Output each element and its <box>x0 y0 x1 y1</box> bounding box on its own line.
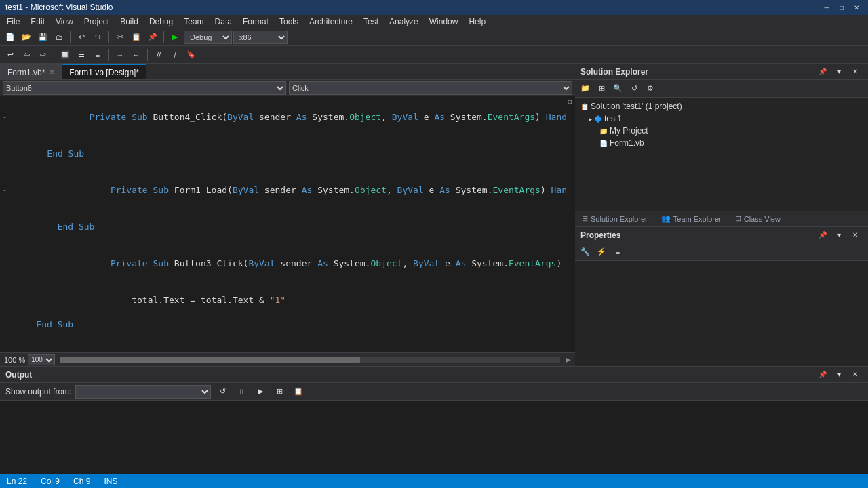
tb2-btn3[interactable]: ⇨ <box>35 47 50 62</box>
menu-test[interactable]: Test <box>358 16 384 28</box>
output-tb3[interactable]: ▶ <box>253 384 268 399</box>
menu-file[interactable]: File <box>1 16 25 28</box>
output-source-dropdown[interactable]: Build Debug General <box>75 385 211 399</box>
fold-1[interactable]: - <box>0 99 9 136</box>
margin-btn[interactable]: ⊞ <box>568 99 574 105</box>
menu-architecture[interactable]: Architecture <box>304 16 358 28</box>
menu-project[interactable]: Project <box>79 16 115 28</box>
tree-project[interactable]: ▸ 🔷 test1 <box>575 113 868 125</box>
form1vb-label: Form1.vb <box>610 138 644 148</box>
output-close-button[interactable]: ✕ <box>848 367 863 382</box>
se-tb4[interactable]: ↺ <box>627 81 642 96</box>
tab-form1vb-close[interactable]: ✕ <box>49 68 54 76</box>
fold-btn6[interactable]: - <box>0 343 9 352</box>
se-tree: 📋 Solution 'test1' (1 project) ▸ 🔷 test1… <box>575 98 868 211</box>
save-button[interactable]: 💾 <box>35 30 50 45</box>
configuration-dropdown[interactable]: Debug Release <box>184 30 232 44</box>
start-button[interactable]: ▶ <box>167 30 182 45</box>
prop-pin-button[interactable]: 📌 <box>815 228 830 243</box>
scroll-right-btn[interactable]: ▶ <box>566 356 571 363</box>
prop-close-button[interactable]: ✕ <box>848 228 863 243</box>
separator-4 <box>54 49 54 61</box>
tb2-btn4[interactable]: 🔲 <box>58 47 73 62</box>
solution-icon: 📋 <box>580 103 589 110</box>
title-bar: test1 - Microsoft Visual Studio ─ □ ✕ <box>0 0 868 15</box>
class-selector[interactable]: Button6 <box>3 81 286 95</box>
tb2-outdent[interactable]: ← <box>129 47 144 62</box>
menu-analyze[interactable]: Analyze <box>384 16 424 28</box>
window-controls: ─ □ ✕ <box>821 1 863 14</box>
tb2-indent[interactable]: → <box>113 47 127 62</box>
tree-solution[interactable]: 📋 Solution 'test1' (1 project) <box>575 100 868 113</box>
menu-team[interactable]: Team <box>178 16 209 28</box>
properties-panel: Properties 📌 ▾ ✕ 🔧 ⚡ ≡ <box>575 226 868 366</box>
tree-myproject[interactable]: 📁 My Project <box>575 125 868 137</box>
menu-edit[interactable]: Edit <box>25 16 50 28</box>
se-tb3[interactable]: 🔍 <box>610 81 625 96</box>
se-tab-team-explorer[interactable]: 👥 Team Explorer <box>654 211 728 226</box>
horizontal-scrollbar[interactable] <box>60 357 560 363</box>
copy-button[interactable]: 📋 <box>129 30 144 45</box>
prop-toolbar: 🔧 ⚡ ≡ <box>575 243 868 261</box>
tree-form1vb[interactable]: 📄 Form1.vb <box>575 137 868 149</box>
se-dropdown-button[interactable]: ▾ <box>831 64 846 79</box>
se-tabs: ⊞ Solution Explorer 👥 Team Explorer ⊡ Cl… <box>575 211 868 226</box>
se-tb5[interactable]: ⚙ <box>643 81 658 96</box>
zoom-dropdown[interactable]: 100 % <box>28 354 55 365</box>
se-tab-solution-explorer[interactable]: ⊞ Solution Explorer <box>575 211 654 226</box>
menu-data[interactable]: Data <box>210 16 237 28</box>
tb2-comment[interactable]: // <box>151 47 166 62</box>
tb2-btn5[interactable]: ☰ <box>74 47 89 62</box>
prop-tb2[interactable]: ⚡ <box>594 245 609 260</box>
status-ch: Ch 9 <box>73 476 90 486</box>
minimize-button[interactable]: ─ <box>821 1 833 14</box>
output-dropdown-button[interactable]: ▾ <box>831 367 846 382</box>
output-tb5[interactable]: 📋 <box>291 384 306 399</box>
prop-dropdown-button[interactable]: ▾ <box>831 228 846 243</box>
tab-form1vb[interactable]: Form1.vb* ✕ <box>0 64 62 79</box>
prop-tb3[interactable]: ≡ <box>610 245 625 260</box>
output-tb1[interactable]: ↺ <box>215 384 230 399</box>
menu-debug[interactable]: Debug <box>144 16 178 28</box>
tb2-bookmark[interactable]: 🔖 <box>184 47 199 62</box>
cut-button[interactable]: ✂ <box>113 30 127 45</box>
se-close-button[interactable]: ✕ <box>848 64 863 79</box>
tb2-btn6[interactable]: ≡ <box>90 47 105 62</box>
menu-format[interactable]: Format <box>237 16 274 28</box>
menu-help[interactable]: Help <box>463 16 491 28</box>
fold-btn3[interactable]: - <box>0 245 9 282</box>
undo-button[interactable]: ↩ <box>74 30 89 45</box>
code-editor[interactable]: - Private Sub Button4_Click(ByVal sender… <box>0 96 566 352</box>
menu-build[interactable]: Build <box>115 16 144 28</box>
tb2-btn2[interactable]: ⇦ <box>19 47 34 62</box>
open-button[interactable]: 📂 <box>19 30 34 45</box>
menu-tools[interactable]: Tools <box>274 16 304 28</box>
se-pin-button[interactable]: 📌 <box>815 64 830 79</box>
output-tb2[interactable]: ⏸ <box>234 384 249 399</box>
paste-button[interactable]: 📌 <box>145 30 160 45</box>
save-all-button[interactable]: 🗂 <box>52 30 66 45</box>
new-file-button[interactable]: 📄 <box>3 30 18 45</box>
status-ins: INS <box>104 476 117 486</box>
se-tb2[interactable]: ⊞ <box>594 81 609 96</box>
fold-form1load[interactable]: - <box>0 172 9 209</box>
tab-form1vb-label: Form1.vb* <box>7 68 45 77</box>
se-tb1[interactable]: 📁 <box>578 81 593 96</box>
maximize-button[interactable]: □ <box>835 1 848 14</box>
menu-view[interactable]: View <box>50 16 79 28</box>
se-tab-class-view[interactable]: ⊡ Class View <box>728 211 787 226</box>
method-selector[interactable]: Click <box>289 81 572 95</box>
se-tab-te-icon: 👥 <box>661 214 671 223</box>
menu-window[interactable]: Window <box>424 16 464 28</box>
tab-form1vb-design[interactable]: Form1.vb [Design]* <box>62 64 146 79</box>
tb2-uncomment[interactable]: / <box>167 47 182 62</box>
tb2-btn1[interactable]: ↩ <box>3 47 18 62</box>
close-button[interactable]: ✕ <box>850 1 863 14</box>
output-pin-button[interactable]: 📌 <box>815 367 830 382</box>
prop-tb1[interactable]: 🔧 <box>578 245 593 260</box>
separator-5 <box>108 49 109 61</box>
redo-button[interactable]: ↪ <box>90 30 105 45</box>
scrollbar-thumb <box>60 357 360 363</box>
platform-dropdown[interactable]: x86 Any CPU <box>233 30 288 44</box>
output-tb4[interactable]: ⊞ <box>272 384 287 399</box>
